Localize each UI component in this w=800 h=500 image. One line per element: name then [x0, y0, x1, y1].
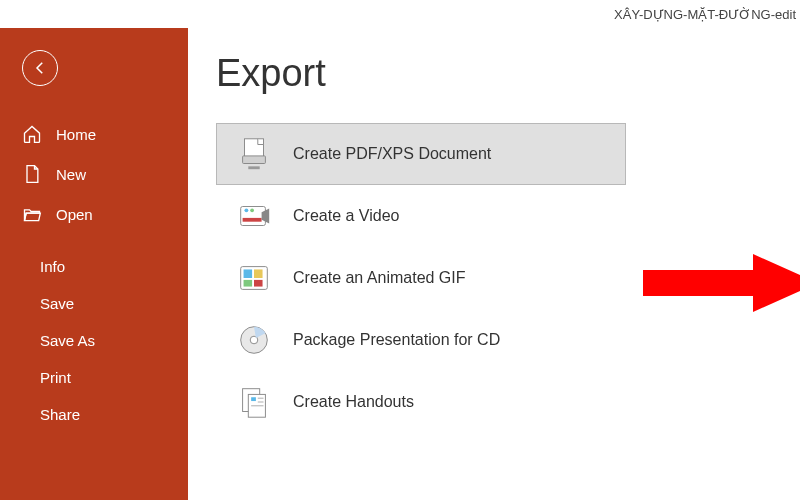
folder-open-icon [22, 204, 42, 224]
back-arrow-icon [31, 59, 49, 77]
document-filename: XÂY-DỰNG-MẶT-ĐƯỜNG-edit [614, 7, 796, 22]
video-icon [235, 197, 273, 235]
cd-icon [235, 321, 273, 359]
sidebar-item-save[interactable]: Save [0, 285, 188, 322]
sidebar-item-info[interactable]: Info [0, 248, 188, 285]
option-create-handouts[interactable]: Create Handouts [216, 371, 626, 433]
option-animated-gif[interactable]: Create an Animated GIF [216, 247, 626, 309]
export-options: Create PDF/XPS Document Create a Video C… [216, 123, 626, 433]
sidebar-item-save-as[interactable]: Save As [0, 322, 188, 359]
sidebar-item-open[interactable]: Open [0, 194, 188, 234]
option-package-cd[interactable]: Package Presentation for CD [216, 309, 626, 371]
svg-point-4 [245, 208, 249, 212]
home-icon [22, 124, 42, 144]
sidebar-item-home[interactable]: Home [0, 114, 188, 154]
sidebar-item-share[interactable]: Share [0, 396, 188, 433]
back-button[interactable] [22, 50, 58, 86]
sidebar-item-label: Home [56, 126, 96, 143]
document-icon [22, 164, 42, 184]
svg-rect-10 [244, 280, 253, 287]
svg-rect-9 [254, 269, 263, 278]
option-label: Create Handouts [293, 393, 414, 411]
option-label: Create PDF/XPS Document [293, 145, 491, 163]
option-create-pdf-xps[interactable]: Create PDF/XPS Document [216, 123, 626, 185]
pdf-document-icon [235, 135, 273, 173]
svg-rect-2 [248, 166, 259, 169]
page-title: Export [216, 52, 800, 95]
sidebar-item-print[interactable]: Print [0, 359, 188, 396]
sidebar-item-label: New [56, 166, 86, 183]
svg-rect-8 [244, 269, 253, 278]
option-label: Package Presentation for CD [293, 331, 500, 349]
red-arrow-annotation [643, 248, 800, 318]
option-label: Create an Animated GIF [293, 269, 466, 287]
main-pane: Export Create PDF/XPS Document Create a … [188, 28, 800, 500]
option-label: Create a Video [293, 207, 399, 225]
svg-point-5 [250, 208, 254, 212]
svg-rect-1 [243, 156, 266, 164]
sidebar-item-label: Open [56, 206, 93, 223]
svg-rect-11 [254, 280, 263, 287]
handouts-icon [235, 383, 273, 421]
sidebar: Home New Open Info Save Save As Print Sh… [0, 28, 188, 500]
svg-rect-16 [251, 397, 256, 401]
svg-rect-6 [243, 218, 262, 222]
sidebar-item-new[interactable]: New [0, 154, 188, 194]
gif-icon [235, 259, 273, 297]
option-create-video[interactable]: Create a Video [216, 185, 626, 247]
titlebar: XÂY-DỰNG-MẶT-ĐƯỜNG-edit [0, 0, 800, 28]
